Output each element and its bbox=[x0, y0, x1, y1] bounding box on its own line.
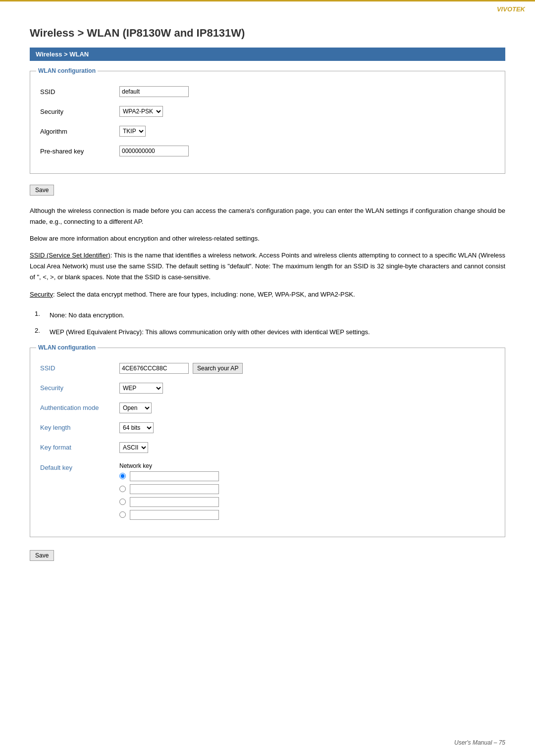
auth-mode-label: Authentication mode bbox=[40, 404, 119, 411]
first-wlan-config-box: WLAN configuration SSID Security WPA2-PS… bbox=[30, 71, 505, 174]
save-button-1[interactable]: Save bbox=[30, 185, 54, 196]
preshared-input[interactable] bbox=[119, 146, 189, 156]
ssid-label-1: SSID bbox=[40, 88, 119, 96]
page-title: Wireless > WLAN (IP8130W and IP8131W) bbox=[30, 27, 505, 40]
key-input-2[interactable] bbox=[130, 484, 219, 494]
default-key-row: Default key Network key bbox=[40, 460, 495, 522]
ssid-description: SSID (Service Set Identifier): This is t… bbox=[30, 250, 505, 283]
key-row-4 bbox=[119, 510, 219, 520]
key-radio-4[interactable] bbox=[119, 511, 126, 518]
key-format-row: Key format ASCII Hex bbox=[40, 440, 495, 455]
key-radio-3[interactable] bbox=[119, 499, 126, 505]
brand-logo: VIVOTEK bbox=[497, 5, 525, 13]
save-button-2[interactable]: Save bbox=[30, 550, 54, 561]
security-label-2: Security bbox=[40, 384, 119, 392]
auth-mode-select[interactable]: Open Shared bbox=[119, 403, 152, 413]
list-text-2: WEP (Wired Equivalent Privacy): This all… bbox=[50, 327, 370, 338]
key-row-1 bbox=[119, 471, 219, 481]
desc-para2: Below are more information about encrypt… bbox=[30, 233, 505, 244]
ssid-label-2: SSID bbox=[40, 364, 119, 372]
security-select-2[interactable]: WEP None WPA-PSK WPA2-PSK bbox=[119, 383, 163, 394]
list-text-1: None: No data encryption. bbox=[50, 310, 124, 321]
preshared-row: Pre-shared key bbox=[40, 144, 495, 158]
key-length-label: Key length bbox=[40, 424, 119, 431]
top-bar: VIVOTEK bbox=[0, 0, 535, 17]
desc-para1: Although the wireless connection is made… bbox=[30, 205, 505, 227]
algorithm-label: Algorithm bbox=[40, 128, 119, 135]
list-number-1: 1. bbox=[35, 310, 50, 321]
security-label-1: Security bbox=[40, 108, 119, 115]
ssid-row-1: SSID bbox=[40, 84, 495, 99]
ssid-row-2: SSID Search your AP bbox=[40, 361, 495, 376]
key-format-select[interactable]: ASCII Hex bbox=[119, 442, 148, 453]
security-description: Security: Select the data encrypt method… bbox=[30, 289, 505, 300]
key-input-3[interactable] bbox=[130, 497, 219, 507]
first-config-title: WLAN configuration bbox=[36, 67, 98, 74]
key-length-row: Key length 64 bits 128 bits bbox=[40, 420, 495, 435]
security-row-2: Security WEP None WPA-PSK WPA2-PSK bbox=[40, 381, 495, 396]
key-input-4[interactable] bbox=[130, 510, 219, 520]
algorithm-select[interactable]: TKIP AES bbox=[119, 126, 146, 137]
security-desc-text: : Select the data encrypt method. There … bbox=[53, 291, 355, 298]
network-key-heading: Network key bbox=[119, 462, 152, 469]
list-section: 1. None: No data encryption. 2. WEP (Wir… bbox=[30, 310, 505, 338]
auth-mode-row: Authentication mode Open Shared bbox=[40, 401, 495, 415]
ssid-input-1[interactable] bbox=[119, 86, 189, 97]
key-radio-2[interactable] bbox=[119, 486, 126, 492]
key-row-3 bbox=[119, 497, 219, 507]
main-content: Wireless > WLAN (IP8130W and IP8131W) Wi… bbox=[0, 17, 535, 591]
security-select-1[interactable]: WPA2-PSK None WEP WPA-PSK bbox=[119, 106, 163, 117]
key-radio-1[interactable] bbox=[119, 473, 126, 479]
key-row-2 bbox=[119, 484, 219, 494]
list-item-1: 1. None: No data encryption. bbox=[30, 310, 505, 321]
description-section: Although the wireless connection is made… bbox=[30, 205, 505, 300]
algorithm-row: Algorithm TKIP AES bbox=[40, 124, 495, 139]
default-key-label: Default key bbox=[40, 462, 119, 471]
preshared-label: Pre-shared key bbox=[40, 148, 119, 155]
default-key-section: Network key bbox=[119, 462, 219, 520]
footer-text: User's Manual – 75 bbox=[454, 739, 505, 746]
ssid-input-2[interactable] bbox=[119, 363, 189, 374]
security-heading: Security bbox=[30, 291, 53, 298]
list-number-2: 2. bbox=[35, 327, 50, 338]
ssid-input-group: Search your AP bbox=[119, 363, 243, 374]
ssid-heading: SSID (Service Set Identifier) bbox=[30, 252, 110, 259]
second-wlan-config-box: WLAN configuration SSID Search your AP S… bbox=[30, 348, 505, 537]
key-format-label: Key format bbox=[40, 444, 119, 451]
breadcrumb: Wireless > WLAN bbox=[30, 48, 505, 61]
list-item-2: 2. WEP (Wired Equivalent Privacy): This … bbox=[30, 327, 505, 338]
key-input-1[interactable] bbox=[130, 471, 219, 481]
key-inputs-group bbox=[119, 471, 219, 520]
second-config-title: WLAN configuration bbox=[36, 344, 98, 351]
security-row-1: Security WPA2-PSK None WEP WPA-PSK bbox=[40, 104, 495, 119]
key-length-select[interactable]: 64 bits 128 bits bbox=[119, 422, 154, 433]
search-ap-button[interactable]: Search your AP bbox=[193, 363, 243, 374]
